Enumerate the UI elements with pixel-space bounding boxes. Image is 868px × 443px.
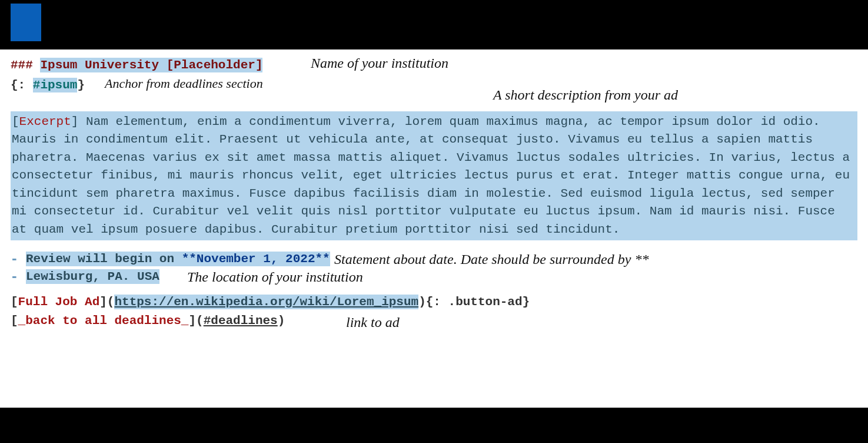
ad-link-annotation: link to ad	[346, 315, 400, 330]
location-annotation: The location of your institution	[187, 269, 363, 285]
excerpt-block: [Excerpt] Nam elementum, enim a condimen…	[11, 111, 857, 240]
back-label: _back to all deadlines_	[18, 314, 189, 328]
heading-hash: ###	[11, 58, 40, 72]
list-dash: -	[11, 270, 26, 284]
excerpt-label: Excerpt	[19, 115, 71, 128]
back-link-row: [_back to all deadlines_](#deadlines) li…	[11, 312, 857, 330]
excerpt-body: Nam elementum, enim a condimentum viverr…	[12, 115, 850, 236]
anchor-annotation: Anchor from deadlines section	[105, 76, 263, 91]
button-ad-class: {: .button-ad}	[426, 295, 530, 309]
accent-square	[11, 4, 41, 41]
institution-annotation: Name of your institution	[311, 55, 448, 71]
full-ad-row: [Full Job Ad](https://en.wikipedia.org/w…	[11, 293, 857, 311]
institution-name: Ipsum University [Placeholder]	[40, 58, 262, 72]
links-block: [Full Job Ad](https://en.wikipedia.org/w…	[11, 293, 857, 330]
review-date: **November 1, 2022**	[182, 252, 330, 266]
anchor-id: #ipsum	[33, 78, 78, 92]
full-ad-url[interactable]: https://en.wikipedia.org/wiki/Lorem_ipsu…	[114, 295, 418, 309]
anchor-row: {: #ipsum} Anchor from deadlines section…	[11, 77, 857, 94]
document-body: ### Ipsum University [Placeholder] Name …	[0, 49, 868, 408]
location-row: - Lewisburg, PA. USA The location of you…	[11, 270, 857, 284]
review-prefix: Review will begin on	[26, 252, 182, 266]
review-annotation: Statement about date. Date should be sur…	[334, 252, 648, 267]
top-bar	[0, 0, 868, 49]
review-date-row: - Review will begin on **November 1, 202…	[11, 252, 857, 266]
description-annotation: A short description from your ad	[493, 87, 678, 103]
location-text: Lewisburg, PA. USA	[26, 269, 159, 284]
list-dash: -	[11, 252, 26, 266]
bottom-bar	[0, 408, 868, 443]
heading-row: ### Ipsum University [Placeholder] Name …	[11, 57, 857, 74]
back-target[interactable]: #deadlines	[204, 314, 278, 328]
full-ad-label: Full Job Ad	[18, 295, 100, 309]
anchor-open: {:	[11, 78, 33, 92]
anchor-close: }	[77, 78, 85, 92]
